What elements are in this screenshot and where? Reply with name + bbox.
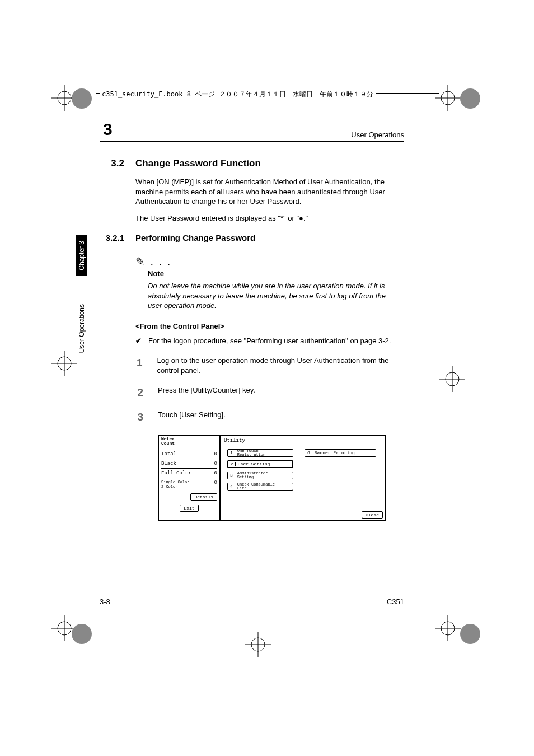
menu-label: Banner Printing [315,451,355,455]
close-button[interactable]: Close [362,511,383,519]
meter-value: 0 [214,461,217,466]
subsection-number: 3.2.1 [100,233,124,242]
meter-row-single-color: Single Color + 2 Color0 [161,478,217,491]
section-para: The User Password entered is displayed a… [135,213,404,223]
menu-check-consumable-life[interactable]: 4Check Consumable Life [227,483,293,491]
step-number: 1 [135,356,142,375]
section-tab: User Operations [76,298,87,358]
meter-count-title: Meter Count [161,437,217,447]
meter-value: 0 [214,470,217,476]
utility-panel: Utility 1One-Touch Registration 2User Se… [221,436,385,520]
menu-label: Check Consumable Life [237,483,275,491]
section-title: Change Password Function [135,158,261,169]
step-number: 3 [135,410,143,424]
utility-screenshot: Meter Count Total0 Black0 Full Color0 Si… [158,435,386,521]
registration-mark-icon [439,366,465,392]
meter-row-total: Total0 [161,450,217,459]
print-guide-right [435,62,435,665]
note-body: Do not leave the machine while you are i… [148,281,399,311]
chapter-tab: Chapter 3 [76,235,87,276]
menu-number: 1 [230,451,235,455]
meter-value: 0 [214,480,217,489]
registration-mark-icon [51,351,77,376]
corner-dot-icon [72,88,92,109]
meter-value: 0 [214,451,217,457]
check-text: For the logon procedure, see "Performing… [148,336,391,346]
registration-mark-icon [435,615,461,641]
corner-dot-icon [460,88,480,109]
page-number: 3-8 [100,598,110,606]
registration-mark-icon [435,85,461,111]
checkmark-icon: ✔ [135,336,142,346]
corner-dot-icon [460,624,480,644]
step-text: Log on to the user operation mode throug… [157,356,404,375]
note-icon: ✎ . . . [135,255,404,268]
page-footer: 3-8 C351 [100,594,404,606]
meter-row-black: Black0 [161,459,217,469]
step-number: 2 [135,385,143,400]
meter-label: Total [161,451,176,457]
section-para: When [ON (MFP)] is set for Authenticatio… [135,177,404,207]
from-control-panel-heading: <From the Control Panel> [135,322,404,330]
page-header: 3 User Operations [100,120,404,142]
step-2: 2 Press the [Utility/Counter] key. [135,385,404,400]
step-text: Touch [User Setting]. [158,410,226,424]
book-header-text: c351_security_E.book 8 ページ ２００７年４月１１日 水曜… [100,90,376,99]
corner-dot-icon [72,624,92,644]
menu-number: 6 [307,451,312,455]
subsection-title: Performing Change Password [135,233,255,242]
menu-administrator-setting[interactable]: 3Administrator Setting [227,472,293,479]
menu-label: User Setting [238,462,270,466]
menu-number: 2 [231,462,236,466]
exit-button[interactable]: Exit [180,505,198,512]
menu-label: One-Touch Registration [237,449,265,457]
chapter-number: 3 [100,120,113,139]
utility-menu-area: 1One-Touch Registration 2User Setting 3A… [223,446,383,512]
note-label: Note [148,269,404,278]
menu-banner-printing[interactable]: 6Banner Printing [305,449,376,457]
section-heading: 3.2 Change Password Function [100,158,404,169]
model-number: C351 [387,598,404,606]
meter-label: Full Color [161,470,191,476]
meter-count-panel: Meter Count Total0 Black0 Full Color0 Si… [159,436,221,520]
section-number: 3.2 [100,158,124,169]
side-tab: Chapter 3 User Operations [76,235,90,358]
details-button[interactable]: Details [190,493,217,501]
registration-mark-icon [245,632,271,657]
meter-label: Single Color + 2 Color [161,480,194,489]
running-head: User Operations [351,130,404,139]
meter-row-full-color: Full Color0 [161,469,217,478]
utility-title: Utility [223,437,383,446]
menu-number: 3 [230,473,235,478]
step-3: 3 Touch [User Setting]. [135,410,404,424]
step-text: Press the [Utility/Counter] key. [158,385,255,400]
menu-user-setting[interactable]: 2User Setting [227,460,293,468]
menu-label: Administrator Setting [237,472,268,479]
meter-label: Black [161,461,176,466]
subsection-heading: 3.2.1 Performing Change Password [100,233,404,242]
check-item: ✔ For the logon procedure, see "Performi… [135,336,404,346]
menu-one-touch-registration[interactable]: 1One-Touch Registration [227,449,293,457]
step-1: 1 Log on to the user operation mode thro… [135,356,404,375]
menu-number: 4 [230,484,235,489]
